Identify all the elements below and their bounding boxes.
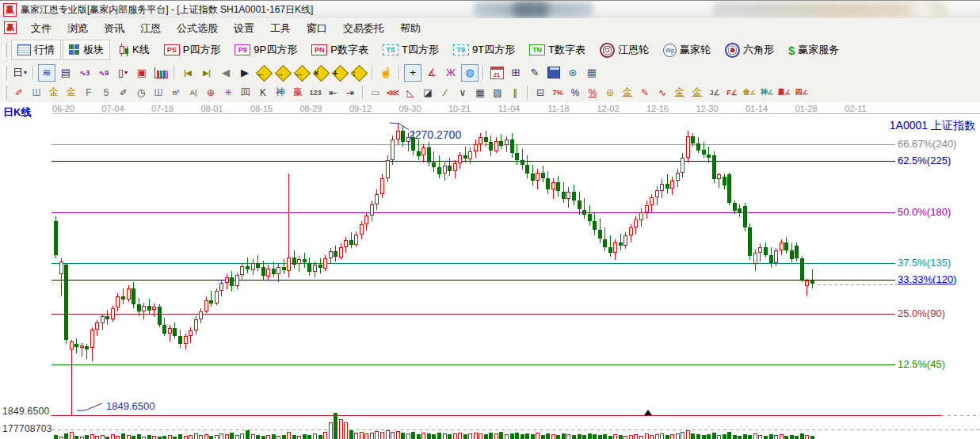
calculator-icon[interactable]: ⊞ bbox=[507, 64, 524, 82]
percent-icon[interactable]: % bbox=[567, 84, 583, 101]
hexagon-button[interactable]: 六角形 bbox=[719, 40, 780, 61]
winner-wheel-button[interactable]: Big赢家轮 bbox=[657, 40, 717, 60]
parallel-lines-icon[interactable]: ∥ bbox=[507, 84, 523, 101]
menu-item-0[interactable]: 文件 bbox=[23, 20, 59, 36]
percent-eq-icon[interactable]: % bbox=[585, 84, 601, 101]
print-icon[interactable]: ▦ bbox=[583, 64, 601, 82]
angle-j-icon[interactable]: J∠ bbox=[707, 84, 723, 101]
grid-dark-icon[interactable]: ▦ bbox=[472, 84, 488, 101]
hand-drag-icon[interactable]: ☝ bbox=[377, 64, 395, 82]
fan-red-icon[interactable]: ⋘ bbox=[385, 84, 401, 101]
grid-gold-icon[interactable]: 金 bbox=[46, 84, 62, 101]
grid-f-icon[interactable]: F bbox=[81, 84, 97, 101]
angle-measure-icon[interactable]: ∡ bbox=[423, 64, 440, 82]
menu-item-9[interactable]: 帮助 bbox=[392, 20, 429, 36]
p-square-button[interactable]: PSP四方形 bbox=[158, 40, 227, 60]
window-titlebar[interactable]: 赢 赢家江恩专业版[赢家内部服务平台] - [上证指数 SH1A0001-167… bbox=[0, 1, 980, 19]
grid-arrow-icon[interactable]: ▨ bbox=[490, 84, 505, 101]
gann-fan-tool-icon[interactable]: Ж bbox=[442, 64, 459, 82]
compress-icon[interactable]: × bbox=[312, 64, 330, 82]
calendar-21-icon[interactable]: 21 bbox=[488, 64, 505, 82]
pan-left-icon[interactable]: ← bbox=[255, 64, 273, 82]
market-quotes-button[interactable]: 行情 bbox=[11, 40, 61, 60]
menu-item-5[interactable]: 设置 bbox=[226, 20, 262, 36]
red-frame-icon[interactable]: ▣ bbox=[133, 64, 151, 82]
wave-red-icon[interactable]: ∿ bbox=[654, 84, 670, 101]
menu-item-4[interactable]: 公式选股 bbox=[169, 20, 226, 36]
goto-last-icon[interactable]: ▶| bbox=[198, 64, 215, 82]
fan-box-icon[interactable]: ◺ bbox=[402, 84, 418, 101]
page-prev-icon[interactable]: ◀ bbox=[217, 64, 235, 82]
pan-right-icon[interactable]: → bbox=[274, 64, 292, 82]
save-icon[interactable] bbox=[545, 64, 562, 82]
kline-period-icon[interactable]: 日▾ bbox=[11, 64, 29, 82]
crosshair-icon[interactable]: + bbox=[404, 64, 421, 82]
grid-time-icon[interactable]: Ш bbox=[29, 84, 44, 101]
percent-line-icon[interactable]: 7% bbox=[550, 84, 566, 101]
target-square-icon[interactable]: 回 bbox=[238, 84, 254, 101]
gold2-icon[interactable]: 金 bbox=[689, 84, 705, 101]
grid-shen-icon[interactable]: 神 bbox=[273, 84, 288, 101]
page-next-icon[interactable]: ▶ bbox=[236, 64, 254, 82]
step-left-icon[interactable]: ⇤ bbox=[325, 84, 341, 101]
goto-first-icon[interactable]: |◀ bbox=[179, 64, 196, 82]
notepad-icon[interactable]: ✎ bbox=[526, 64, 543, 82]
9t-square-button[interactable]: T99T四方形 bbox=[447, 40, 521, 60]
angle-gold-icon[interactable]: 金∠ bbox=[742, 84, 757, 101]
menu-item-3[interactable]: 江恩 bbox=[132, 20, 169, 36]
box-frame-icon[interactable]: ▭ bbox=[368, 84, 383, 101]
9p-square-button[interactable]: P99P四方形 bbox=[228, 40, 303, 60]
grid2-icon[interactable]: Ш bbox=[151, 84, 166, 101]
pen-drop-icon[interactable]: ✎ bbox=[637, 84, 653, 101]
trend-line-icon[interactable]: ∕ bbox=[437, 84, 453, 101]
wave9-icon[interactable]: ∿9 bbox=[95, 64, 112, 82]
stats-box-icon[interactable]: ⊟ bbox=[532, 84, 548, 101]
angle-f-icon[interactable]: F∠ bbox=[724, 84, 740, 101]
grid-123-icon[interactable]: 123 bbox=[307, 84, 323, 101]
wave-tool-icon[interactable]: ◍ bbox=[461, 64, 479, 82]
circle-gold-icon[interactable]: ⊜ bbox=[602, 84, 618, 101]
gold-wave-icon[interactable]: 金 bbox=[672, 84, 688, 101]
t-square-button[interactable]: TST四方形 bbox=[376, 40, 445, 60]
zigzag-icon[interactable]: ∨ bbox=[455, 84, 471, 101]
winner-service-button[interactable]: $赢家服务 bbox=[782, 40, 845, 60]
gold-line-icon[interactable]: 金 bbox=[620, 84, 635, 101]
toolbar-grip[interactable] bbox=[3, 66, 7, 80]
sectors-button[interactable]: 板块 bbox=[63, 40, 110, 60]
clock-grid-icon[interactable]: ◷ bbox=[133, 84, 149, 101]
expand-cross-icon[interactable]: + bbox=[331, 64, 349, 82]
zoom-vertical-icon[interactable]: ↕ bbox=[350, 64, 368, 82]
spiral-icon[interactable]: ✳ bbox=[220, 84, 236, 101]
n-squared-icon[interactable]: n² bbox=[168, 84, 184, 101]
thin-candle-icon[interactable]: ▯▾ bbox=[114, 64, 132, 82]
web-share-icon[interactable]: ⊛ bbox=[564, 64, 582, 82]
step-right-icon[interactable]: ⇥ bbox=[342, 84, 358, 101]
kline-button[interactable]: K线 bbox=[112, 40, 156, 60]
zoom-horizontal-icon[interactable]: ↔ bbox=[293, 64, 311, 82]
grid-gold2-icon[interactable]: 金 bbox=[63, 84, 79, 101]
freehand-icon[interactable]: ≋ bbox=[38, 64, 55, 82]
a-rule-icon[interactable]: A| bbox=[185, 84, 201, 101]
brush-icon[interactable]: ✐ bbox=[11, 84, 27, 101]
menu-item-2[interactable]: 资讯 bbox=[96, 20, 132, 36]
circle-cross-icon[interactable]: ⊕ bbox=[203, 84, 219, 101]
toolbar-grip[interactable] bbox=[3, 86, 7, 100]
wave3-icon[interactable]: ∿3 bbox=[76, 64, 93, 82]
chart-canvas[interactable]: 日K线 1A0001 上证指数 2270.2700 1849.6500 1849… bbox=[0, 102, 980, 439]
grid-win-icon[interactable]: 赢 bbox=[290, 84, 306, 101]
k-quote-icon[interactable]: K bbox=[255, 84, 271, 101]
toolbar-grip[interactable] bbox=[3, 43, 7, 57]
angle-shen-icon[interactable]: 神∠ bbox=[759, 84, 775, 101]
fan-dark-icon[interactable]: ◪ bbox=[420, 84, 436, 101]
menu-item-6[interactable]: 工具 bbox=[262, 20, 299, 36]
grid-5-icon[interactable]: 5 bbox=[98, 84, 114, 101]
gann-wheel-button[interactable]: 江恩轮 bbox=[593, 40, 655, 61]
p-number-table-button[interactable]: PNP数字表 bbox=[305, 40, 375, 60]
menu-item-8[interactable]: 交易委托 bbox=[335, 20, 392, 36]
angle-win-icon[interactable]: 赢∠ bbox=[776, 84, 792, 101]
angle-four-icon[interactable]: 四∠ bbox=[794, 84, 810, 101]
t-number-table-button[interactable]: TNT数字表 bbox=[523, 40, 592, 60]
color-histogram-icon[interactable] bbox=[152, 64, 170, 82]
brush-grid-icon[interactable]: ✐ bbox=[116, 84, 132, 101]
menu-item-1[interactable]: 浏览 bbox=[59, 20, 96, 36]
